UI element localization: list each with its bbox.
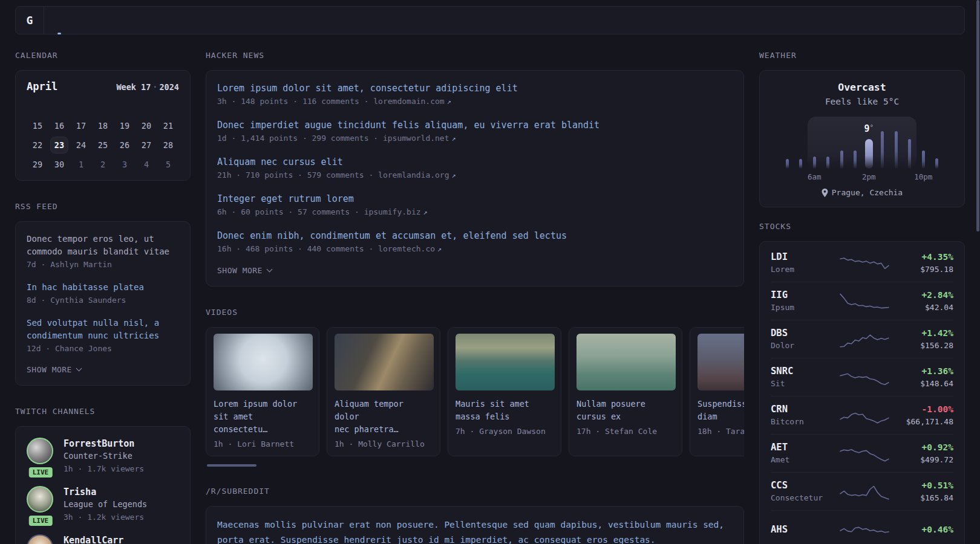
live-badge: LIVE <box>28 466 54 479</box>
twitch-channel-name[interactable]: Trisha <box>64 486 147 498</box>
app-logo[interactable]: G <box>16 7 44 34</box>
hn-item-meta-text: 16h · 468 points · 440 comments · <box>217 244 378 253</box>
twitch-channel-item[interactable]: LIVE ForrestBurton Counter-Strike 1h · 1… <box>27 438 179 475</box>
weather-bar-current-hour <box>865 139 873 169</box>
nav-tabs <box>57 7 178 34</box>
subreddit-list: Maecenas mollis pulvinar erat non posuer… <box>217 517 733 544</box>
hn-item-domain-link[interactable]: ipsumworld.net <box>383 134 449 143</box>
hn-item-title[interactable]: Integer eget rutrum lorem <box>217 192 733 206</box>
hn-item-domain-link[interactable]: ipsumify.biz <box>364 207 421 216</box>
stock-numbers: +1.36% $148.64 <box>893 365 953 390</box>
video-thumbnail[interactable] <box>335 334 434 390</box>
calendar-day: 4 <box>136 155 157 174</box>
videos-section: VIDEOS Lorem ipsum dolorsit amet consect… <box>206 308 744 467</box>
subreddit-post-title[interactable]: Maecenas mollis pulvinar erat non posuer… <box>217 517 733 544</box>
stock-sparkline-holder <box>836 253 893 273</box>
hn-item-title[interactable]: Donec imperdiet augue tincidunt felis al… <box>217 118 733 132</box>
twitch-channel-name[interactable]: ForrestBurton <box>64 438 144 450</box>
hn-item: Donec imperdiet augue tincidunt felis al… <box>217 118 733 145</box>
rss-item: Sed volutpat nulla nisl, acondimentum nu… <box>27 317 179 355</box>
weather-location-text: Prague, Czechia <box>832 188 903 197</box>
video-title[interactable]: Aliquam tempor dolornec pharetra… <box>335 398 433 436</box>
video-thumbnail[interactable] <box>214 334 313 390</box>
calendar-day: 26 <box>114 136 136 155</box>
calendar-day-header <box>114 101 136 117</box>
twitch-channel-name[interactable]: KendallCarr <box>64 534 123 544</box>
dot-separator: · <box>152 82 157 92</box>
hn-item-title[interactable]: Aliquam nec cursus elit <box>217 155 733 169</box>
left-column: CALENDAR April Week 17·2024 151617181920… <box>15 51 191 544</box>
weather-bar <box>881 131 884 169</box>
stock-name: Sit <box>771 378 836 390</box>
stock-name: Consectetur <box>771 492 836 504</box>
calendar-day: 30 <box>48 155 70 174</box>
stock-row[interactable]: SNRC Sit +1.36% $148.64 <box>771 358 953 397</box>
twitch-channel-game: Counter-Strike <box>64 450 144 462</box>
stock-row[interactable]: AET Amet +0.92% $499.72 <box>771 435 953 473</box>
stock-price: $499.72 <box>893 454 953 466</box>
video-thumbnail[interactable] <box>456 334 555 390</box>
twitch-channel-item[interactable]: KendallCarr <box>27 534 179 544</box>
stock-row[interactable]: CRN Bitcorn -1.00% $66,171.48 <box>771 397 953 435</box>
hn-item-title[interactable]: Donec enim nibh, condimentum et accumsan… <box>217 229 733 242</box>
stock-row[interactable]: IIG Ipsum +2.84% $42.04 <box>771 282 953 320</box>
rss-show-more-button[interactable]: SHOW MORE <box>27 365 179 374</box>
videos-scrollbar-thumb[interactable] <box>207 464 256 467</box>
calendar-day-header <box>48 101 70 117</box>
rss-item-meta: 7d · Ashlyn Martin <box>27 258 179 271</box>
stock-price: $148.64 <box>893 378 953 390</box>
stock-change: +1.36% <box>893 365 953 378</box>
rss-item-title[interactable]: Sed volutpat nulla nisl, acondimentum nu… <box>27 317 179 342</box>
section-title-stocks: STOCKS <box>759 222 965 231</box>
nav-tab[interactable] <box>88 7 91 34</box>
nav-tab[interactable] <box>148 7 152 34</box>
hn-item-domain-link[interactable]: loremtech.co <box>378 244 435 253</box>
video-card[interactable]: Aliquam tempor dolornec pharetra… 1h · M… <box>327 327 440 456</box>
middle-column: HACKER NEWS Lorem ipsum dolor sit amet, … <box>206 51 744 544</box>
page-vertical-scrollbar-thumb[interactable] <box>976 0 979 232</box>
degree-symbol: ° <box>869 123 874 131</box>
twitch-channel-meta: 1h · 1.7k viewers <box>64 462 144 475</box>
hn-item-domain-link[interactable]: loremlandia.org <box>378 170 449 180</box>
rss-item-title[interactable]: In hac habitasse platea <box>27 281 179 294</box>
video-meta: 17h · Stefan Cole <box>577 427 675 436</box>
calendar-day: 19 <box>114 117 136 135</box>
video-thumbnail[interactable] <box>577 334 676 390</box>
nav-tab[interactable] <box>57 7 61 34</box>
calendar-day: 20 <box>136 117 157 135</box>
stock-price: $66,171.48 <box>893 416 953 428</box>
hn-show-more-button[interactable]: SHOW MORE <box>217 266 733 275</box>
nav-tab[interactable] <box>118 7 122 34</box>
video-card[interactable]: Mauris sit ametmassa felis 7h · Grayson … <box>448 327 561 456</box>
weather-condition: Overcast <box>772 80 952 95</box>
location-pin-icon <box>822 189 828 197</box>
stock-numbers: +2.84% $42.04 <box>893 289 953 314</box>
weather-chart: 9° <box>780 117 944 169</box>
stock-identity: CRN Bitcorn <box>771 403 836 428</box>
video-thumbnail[interactable] <box>697 334 744 390</box>
video-title[interactable]: Mauris sit ametmassa felis <box>456 398 554 423</box>
live-badge: LIVE <box>28 514 54 527</box>
hn-item-title[interactable]: Lorem ipsum dolor sit amet, consectetur … <box>217 82 733 95</box>
video-title[interactable]: Lorem ipsum dolorsit amet consectetu… <box>214 398 312 436</box>
video-title[interactable]: Nullam posuerecursus ex <box>577 398 675 423</box>
stock-row[interactable]: AHS +0.46% <box>771 511 953 544</box>
video-card[interactable]: Nullam posuerecursus ex 17h · Stefan Col… <box>569 327 682 456</box>
twitch-channel-item[interactable]: LIVE Trisha League of Legends 3h · 1.2k … <box>27 486 179 523</box>
calendar-day: 25 <box>92 136 114 155</box>
stock-symbol: CCS <box>771 479 836 492</box>
weather-time-label: 2pm <box>862 172 876 181</box>
video-card[interactable]: Suspendissediam 18h · Tara <box>690 327 744 456</box>
stock-row[interactable]: DBS Dolor +1.42% $156.28 <box>771 320 953 358</box>
stock-row[interactable]: LDI Lorem +4.35% $795.18 <box>771 244 953 282</box>
stock-price: $42.04 <box>893 302 953 314</box>
video-card[interactable]: Lorem ipsum dolorsit amet consectetu… 1h… <box>206 327 319 456</box>
section-title-rss: RSS FEED <box>15 202 191 211</box>
hn-item-domain-link[interactable]: loremdomain.com <box>373 97 444 106</box>
video-title[interactable]: Suspendissediam <box>697 398 744 423</box>
dashboard-page: G CALENDAR April Week 17·2024 1516171819… <box>0 0 980 544</box>
twitch-channel-info: KendallCarr <box>64 534 123 544</box>
stock-row[interactable]: CCS Consectetur +0.51% $165.84 <box>771 473 953 511</box>
calendar-week-label: Week 17·2024 <box>116 82 179 92</box>
rss-item-title[interactable]: Donec tempor eros leo, utcommodo mauris … <box>27 233 179 258</box>
